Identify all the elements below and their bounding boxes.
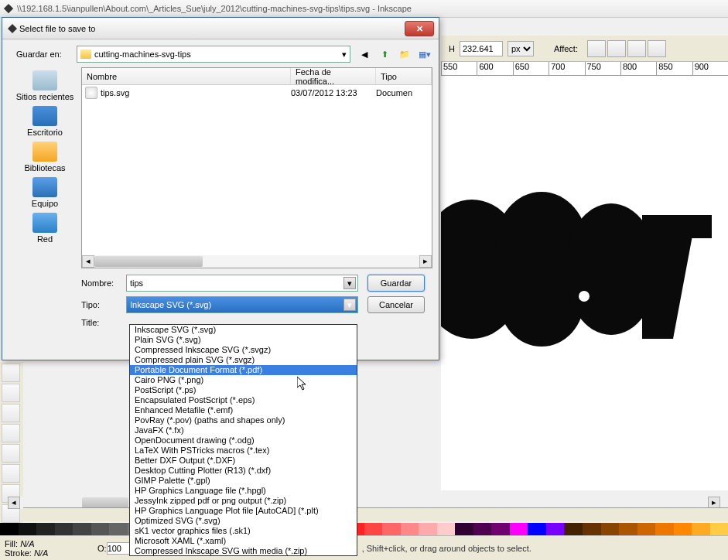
tool-pencil[interactable] (2, 464, 20, 483)
swatch[interactable] (619, 523, 637, 535)
scroll-left-icon[interactable]: ◂ (8, 497, 20, 509)
format-option[interactable]: LaTeX With PSTricks macros (*.tex) (130, 446, 357, 456)
scroll-thumb[interactable] (94, 256, 203, 267)
swatch[interactable] (0, 523, 19, 535)
close-button[interactable]: ✕ (405, 21, 434, 36)
swatch[interactable] (455, 523, 473, 535)
swatch[interactable] (36, 523, 55, 535)
places-item-1[interactable]: Escritorio (27, 106, 63, 137)
swatch[interactable] (419, 523, 437, 535)
format-option[interactable]: Plain SVG (*.svg) (130, 335, 357, 345)
tool-star[interactable] (2, 424, 20, 442)
swatch[interactable] (583, 523, 601, 535)
swatch[interactable] (19, 523, 37, 535)
format-option[interactable]: PostScript (*.ps) (130, 385, 357, 395)
swatch[interactable] (473, 523, 492, 535)
new-folder-button[interactable]: 📁 (397, 46, 412, 62)
swatch[interactable] (55, 523, 73, 535)
format-option[interactable]: Optimized SVG (*.svg) (130, 516, 357, 526)
format-option[interactable]: Cairo PNG (*.png) (130, 375, 357, 385)
swatch[interactable] (546, 523, 565, 535)
scroll-right-icon[interactable]: ▸ (419, 255, 432, 268)
places-item-0[interactable]: Sitios recientes (16, 70, 74, 101)
format-option[interactable]: Compressed plain SVG (*.svgz) (130, 355, 357, 365)
format-option[interactable]: sK1 vector graphics files (.sk1) (130, 526, 357, 536)
chevron-down-icon[interactable]: ▾ (343, 277, 356, 289)
places-item-2[interactable]: Bibliotecas (24, 142, 65, 172)
format-option[interactable]: Desktop Cutting Plotter (R13) (*.dxf) (130, 466, 357, 476)
format-option[interactable]: GIMP Palette (*.gpl) (130, 476, 357, 486)
tool-spiral[interactable] (2, 444, 20, 463)
swatch[interactable] (637, 523, 656, 535)
swatch[interactable] (91, 523, 110, 535)
file-list[interactable]: Nombre Fecha de modifica... Tipo tips.sv… (81, 67, 432, 268)
swatch[interactable] (437, 523, 456, 535)
scroll-thumb[interactable] (82, 497, 128, 508)
color-swatches[interactable] (0, 523, 728, 535)
format-option[interactable]: Microsoft XAML (*.xaml) (130, 536, 357, 546)
affect-btn-4[interactable] (648, 40, 666, 57)
file-hscrollbar[interactable]: ◂ ▸ (82, 255, 432, 268)
scroll-left-icon[interactable]: ◂ (82, 255, 94, 268)
title-label: Title: (81, 318, 126, 327)
tool-rect[interactable] (2, 364, 20, 382)
tool-3dbox[interactable] (2, 384, 20, 402)
format-option[interactable]: Encapsulated PostScript (*.eps) (130, 395, 357, 405)
filename-input[interactable]: tips ▾ (126, 275, 358, 292)
swatch[interactable] (510, 523, 528, 535)
format-option[interactable]: JavaFX (*.fx) (130, 425, 357, 435)
height-input[interactable] (460, 41, 503, 56)
swatch[interactable] (692, 523, 710, 535)
cancel-button[interactable]: Cancelar (367, 296, 425, 313)
file-row[interactable]: tips.svg 03/07/2012 13:23 Documen (82, 85, 432, 101)
column-type[interactable]: Tipo (376, 68, 432, 84)
back-button[interactable]: ◀ (357, 46, 372, 62)
swatch[interactable] (491, 523, 510, 535)
filetype-dropdown[interactable]: Inkscape SVG (*.svg)Plain SVG (*.svg)Com… (129, 324, 357, 556)
affect-btn-1[interactable] (587, 40, 606, 57)
swatch[interactable] (364, 523, 383, 535)
format-option[interactable]: HP Graphics Language file (*.hpgl) (130, 486, 357, 496)
format-option[interactable]: Compressed Inkscape SVG with media (*.zi… (130, 546, 357, 556)
affect-btn-2[interactable] (607, 40, 626, 57)
save-in-combo[interactable]: cutting-machines-svg-tips ▾ (77, 46, 350, 63)
places-item-4[interactable]: Red (32, 213, 57, 244)
opacity-input[interactable] (107, 542, 130, 555)
view-menu-button[interactable]: ▦▾ (417, 46, 432, 62)
swatch[interactable] (382, 523, 401, 535)
up-button[interactable]: ⬆ (377, 46, 392, 62)
chevron-down-icon[interactable]: ▾ (343, 299, 356, 311)
swatch[interactable] (710, 523, 728, 535)
save-button[interactable]: Guardar (367, 275, 425, 292)
tool-ellipse[interactable] (2, 404, 20, 422)
column-date[interactable]: Fecha de modifica... (291, 68, 376, 84)
format-option[interactable]: OpenDocument drawing (*.odg) (130, 435, 357, 446)
swatch[interactable] (528, 523, 546, 535)
status-hint: , Shift+click, or drag around objects to… (362, 544, 723, 553)
format-option[interactable]: Better DXF Output (*.DXF) (130, 456, 357, 466)
affect-btn-3[interactable] (627, 40, 646, 57)
dialog-titlebar[interactable]: Select file to save to ✕ (2, 18, 439, 39)
filetype-combo[interactable]: Inkscape SVG (*.svg) ▾ (126, 296, 358, 313)
format-option[interactable]: Portable Document Format (*.pdf) (130, 365, 357, 375)
unit-select[interactable]: px (508, 41, 534, 56)
format-option[interactable]: JessyInk zipped pdf or png output (*.zip… (130, 496, 357, 506)
format-option[interactable]: Compressed Inkscape SVG (*.svgz) (130, 345, 357, 355)
swatch[interactable] (674, 523, 692, 535)
swatch[interactable] (73, 523, 91, 535)
swatch[interactable] (564, 523, 583, 535)
places-item-3[interactable]: Equipo (32, 177, 58, 208)
column-name[interactable]: Nombre (82, 68, 291, 84)
format-option[interactable]: HP Graphics Language Plot file [AutoCAD]… (130, 506, 357, 516)
canvas[interactable] (441, 76, 728, 490)
format-option[interactable]: Enhanced Metafile (*.emf) (130, 405, 357, 415)
format-option[interactable]: PovRay (*.pov) (paths and shapes only) (130, 415, 357, 425)
up-folder-icon: ⬆ (381, 50, 388, 60)
swatch[interactable] (655, 523, 674, 535)
swatch[interactable] (109, 523, 128, 535)
stroke-label: Stroke: (5, 548, 32, 558)
swatch[interactable] (601, 523, 620, 535)
inkscape-logo-icon (3, 3, 14, 14)
swatch[interactable] (401, 523, 419, 535)
format-option[interactable]: Inkscape SVG (*.svg) (130, 325, 357, 335)
